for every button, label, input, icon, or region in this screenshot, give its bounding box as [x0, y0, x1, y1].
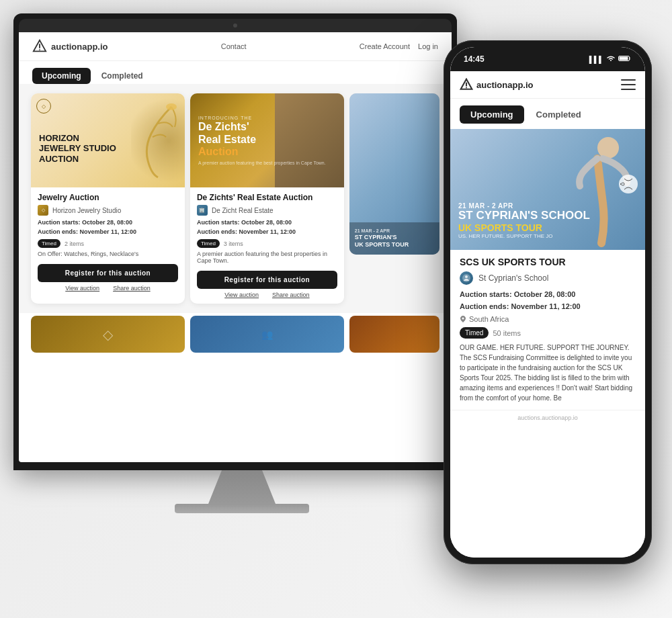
logo-icon [32, 39, 47, 54]
realestate-date-start: Auction starts: October 28, 08:00 [197, 218, 337, 228]
main-scene: auctionapp.io Contact Create Account Log… [0, 0, 672, 618]
jewelry-organizer: ◇ Horizon Jewelry Studio [38, 205, 178, 216]
realestate-share-link[interactable]: Share auction [272, 292, 310, 298]
svg-point-12 [465, 275, 468, 278]
jewelry-register-button[interactable]: Register for this auction [38, 264, 178, 282]
jewelry-banner-text: HORIZON JEWELRY STUDIO AUCTION [39, 117, 116, 165]
hamburger-line-1 [621, 79, 636, 81]
sports-banner-title-line2: UK SPORTS TOUR [458, 222, 590, 233]
jewelry-title-line1: HORIZON [39, 133, 116, 144]
status-icons: ▌▌▌ [589, 55, 632, 63]
desktop-monitor: auctionapp.io Contact Create Account Log… [13, 13, 470, 564]
jewelry-tags: Timed 2 items [38, 239, 178, 248]
desktop-header: auctionapp.io Contact Create Account Log… [19, 32, 452, 61]
realestate-card-links: View auction Share auction [197, 292, 337, 298]
re-title-line2: Real Estate [198, 133, 326, 146]
svg-point-2 [39, 49, 40, 50]
phone-status-bar: 14:45 ▌▌▌ [450, 47, 645, 71]
phone-footer: auctions.auctionapp.io [450, 410, 645, 425]
desktop-logo: auctionapp.io [32, 39, 108, 54]
jewelry-org-icon: ◇ [38, 205, 48, 216]
desktop-nav: Contact [221, 42, 247, 50]
auction-card-jewelry: ◇ HORIZON JEWELRY STUDIO AUCTION [31, 93, 185, 304]
jewelry-tag-items: 2 items [65, 240, 84, 247]
realestate-tag-timed: Timed [197, 239, 220, 248]
jewelry-view-link[interactable]: View auction [65, 285, 99, 292]
jewelry-banner: ◇ HORIZON JEWELRY STUDIO AUCTION [31, 93, 185, 187]
phone-tag-items: 50 items [493, 329, 521, 337]
jewelry-on-offer: On Offer: Watches, Rings, Necklace's [38, 251, 178, 257]
re-introducing-text: Introducing The [198, 116, 326, 120]
hamburger-menu[interactable] [621, 79, 636, 90]
phone-tag-timed: Timed [460, 327, 489, 339]
jewelry-card-links: View auction Share auction [38, 285, 178, 292]
phone-tab-completed[interactable]: Completed [526, 105, 592, 124]
phone-tabs: Upcoming Completed [450, 99, 645, 124]
phone-tab-upcoming[interactable]: Upcoming [460, 105, 524, 124]
realestate-view-link[interactable]: View auction [224, 292, 259, 298]
re-title-line1: De Zichts' [198, 120, 326, 133]
jewelry-share-link[interactable]: Share auction [113, 285, 151, 292]
create-account-link[interactable]: Create Account [360, 42, 410, 50]
sports-tour-banner: 21 MAR - 2 APR ST CYPRIAN'S SCHOOL UK SP… [450, 129, 645, 250]
battery-icon [618, 55, 632, 63]
phone-description: OUR GAME. HER FUTURE. SUPPORT THE JOURNE… [460, 343, 636, 403]
monitor-screen: auctionapp.io Contact Create Account Log… [19, 32, 452, 462]
jewelry-card-title: Jewelry Auction [38, 193, 178, 202]
phone-organizer: St Cyprian's School [460, 271, 636, 285]
contact-link[interactable]: Contact [221, 42, 247, 50]
phone-location: South Africa [460, 315, 636, 323]
phone-header: auctionapp.io [450, 71, 645, 99]
svg-point-3 [166, 103, 177, 110]
phone-logo-icon [460, 78, 473, 91]
phone-date-start: Auction starts: October 28, 08:00 [460, 289, 636, 301]
phone-content: auctionapp.io Upcoming Completed [450, 71, 645, 558]
mobile-phone: 14:45 ▌▌▌ [444, 40, 652, 564]
jewelry-date-end: Auction ends: November 11, 12:00 [38, 228, 178, 237]
realestate-banner: Introducing The De Zichts' Real Estate A… [190, 93, 344, 187]
desktop-tabs: Upcoming Completed [19, 61, 452, 84]
jewelry-logo-icon: ◇ [36, 99, 51, 114]
third-card-overlay-text: 21 MAR - 2 APR ST CYPRIAN'S UK SPORTS TO… [349, 222, 439, 255]
desktop-logo-text: auctionapp.io [51, 42, 108, 52]
jewelry-dates: Auction starts: October 28, 08:00 Auctio… [38, 218, 178, 236]
sports-banner-tagline: US. HER FUTURE. SUPPORT THE JO [458, 233, 590, 239]
jewelry-tag-timed: Timed [38, 239, 60, 248]
svg-point-10 [619, 175, 638, 193]
realestate-dates: Auction starts: October 28, 08:00 Auctio… [197, 218, 337, 236]
realestate-card-body: De Zichts' Real Estate Auction 🏢 De Zich… [190, 187, 344, 304]
jewelry-decoration-icon [138, 100, 185, 181]
phone-tags: Timed 50 items [460, 327, 636, 339]
svg-point-9 [597, 137, 619, 159]
monitor-stand [208, 470, 276, 504]
realestate-organizer: 🏢 De Zicht Real Estate [197, 205, 337, 216]
tab-upcoming[interactable]: Upcoming [32, 68, 91, 84]
phone-location-text: South Africa [469, 315, 509, 323]
sports-banner-title-line1: ST CYPRIAN'S SCHOOL [458, 210, 590, 222]
login-link[interactable]: Log in [418, 42, 438, 50]
monitor-bezel-top [19, 19, 452, 32]
phone-logo: auctionapp.io [460, 78, 534, 91]
hamburger-line-3 [621, 89, 636, 90]
realestate-card-title: De Zichts' Real Estate Auction [197, 193, 337, 202]
thumb-card-1: ◇ [31, 316, 185, 353]
location-pin-icon [460, 315, 466, 323]
realestate-tag-items: 3 items [224, 240, 243, 247]
svg-rect-5 [620, 57, 628, 60]
realestate-org-icon: 🏢 [197, 205, 208, 216]
svg-point-8 [466, 87, 467, 89]
realestate-register-button[interactable]: Register for this auction [197, 271, 337, 289]
phone-org-icon [460, 271, 473, 285]
thumb-card-3 [349, 316, 439, 353]
tab-completed[interactable]: Completed [92, 68, 153, 84]
re-title-line3: Auction [198, 146, 326, 158]
signal-icon: ▌▌▌ [589, 56, 603, 63]
thumb-card-2: 👥 [190, 316, 344, 353]
phone-dates: Auction starts: October 28, 08:00 Auctio… [460, 289, 636, 312]
desktop-auth: Create Account Log in [360, 42, 438, 50]
monitor-base [175, 504, 309, 513]
auction-card-realestate: Introducing The De Zichts' Real Estate A… [190, 93, 344, 304]
monitor-camera [233, 24, 237, 28]
jewelry-org-name: Horizon Jewelry Studio [52, 207, 121, 214]
jewelry-date-start: Auction starts: October 28, 08:00 [38, 218, 178, 228]
